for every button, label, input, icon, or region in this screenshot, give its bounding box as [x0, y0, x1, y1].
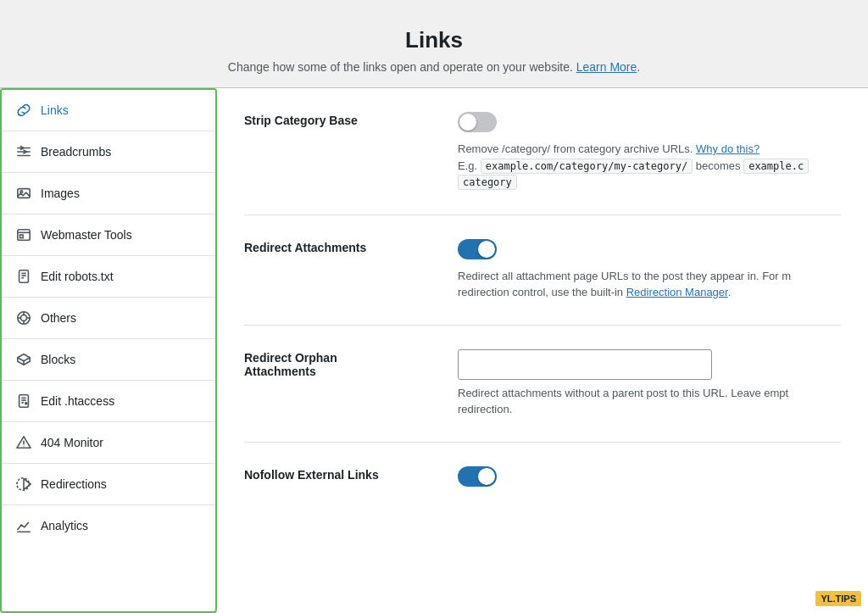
toggle-knob: [459, 114, 476, 131]
breadcrumbs-icon: [15, 143, 32, 160]
sidebar-label-blocks: Blocks: [41, 353, 75, 366]
sidebar-label-redirections: Redirections: [41, 477, 107, 491]
sidebar: Links Breadcrumbs: [0, 88, 217, 613]
edit-robots-icon: [15, 268, 32, 285]
setting-strip-category-base: Strip Category Base Remove /category/ fr…: [244, 88, 841, 215]
redirection-manager-link[interactable]: Redirection Manager: [626, 286, 728, 298]
links-icon: [15, 102, 32, 119]
strip-category-desc: Remove /category/ from category archive …: [458, 141, 841, 191]
sidebar-label-edit-htaccess: Edit .htaccess: [41, 394, 114, 408]
code-after: example.c: [743, 159, 809, 174]
redirect-attachments-toggle[interactable]: [458, 239, 497, 259]
sidebar-item-breadcrumbs[interactable]: Breadcrumbs: [2, 131, 215, 173]
why-do-this-link[interactable]: Why do this?: [696, 142, 760, 155]
code-before: example.com/category/my-category/: [481, 159, 693, 174]
sidebar-item-links[interactable]: Links: [2, 90, 215, 131]
sidebar-label-edit-robots: Edit robots.txt: [41, 270, 114, 283]
analytics-icon: [15, 517, 32, 534]
svg-point-25: [25, 402, 28, 405]
sidebar-label-links: Links: [41, 103, 69, 117]
setting-label-nofollow: Nofollow External Links: [244, 466, 431, 482]
svg-rect-4: [18, 189, 30, 198]
setting-content-redirect-attachments: Redirect all attachment page URLs to the…: [458, 239, 841, 301]
svg-rect-8: [20, 235, 24, 238]
settings-content: Strip Category Base Remove /category/ fr…: [217, 88, 868, 613]
images-icon: [15, 185, 32, 202]
setting-nofollow: Nofollow External Links: [244, 443, 841, 514]
sidebar-item-edit-robots[interactable]: Edit robots.txt: [2, 256, 215, 298]
sidebar-label-images: Images: [41, 187, 80, 200]
nofollow-toggle[interactable]: [458, 466, 497, 487]
setting-redirect-attachments: Redirect Attachments Redirect all attach…: [244, 215, 841, 326]
page-header: Links Change how some of the links open …: [0, 0, 868, 87]
toggle-knob-3: [478, 468, 495, 485]
sidebar-item-others[interactable]: Others: [2, 298, 215, 339]
redirect-attachments-desc: Redirect all attachment page URLs to the…: [458, 268, 841, 301]
sidebar-label-404-monitor: 404 Monitor: [41, 436, 103, 449]
sidebar-item-404-monitor[interactable]: 404 Monitor: [2, 422, 215, 464]
sidebar-item-images[interactable]: Images: [2, 173, 215, 215]
blocks-icon: [15, 351, 32, 368]
setting-content-redirect-orphan-attachments: Redirect attachments without a parent po…: [458, 349, 841, 418]
sidebar-item-redirections[interactable]: Redirections: [2, 464, 215, 505]
svg-rect-21: [19, 395, 29, 407]
edit-htaccess-icon: [15, 393, 32, 410]
redirections-icon: [15, 476, 32, 493]
learn-more-link[interactable]: Learn More: [576, 60, 637, 74]
page-title: Links: [17, 27, 851, 53]
svg-point-30: [17, 478, 29, 490]
page-subtitle: Change how some of the links open and op…: [17, 60, 851, 74]
setting-label-redirect-attachments: Redirect Attachments: [244, 239, 431, 254]
code-suffix: category: [458, 175, 517, 190]
redirect-orphan-input[interactable]: [458, 349, 712, 380]
404-monitor-icon: [15, 434, 32, 451]
main-layout: Links Breadcrumbs: [0, 88, 868, 613]
svg-point-28: [23, 445, 24, 446]
watermark: YL.TIPS: [815, 591, 861, 606]
sidebar-item-webmaster-tools[interactable]: Webmaster Tools: [2, 215, 215, 256]
svg-line-0: [19, 114, 19, 115]
svg-point-14: [20, 315, 26, 320]
sidebar-label-others: Others: [41, 311, 76, 325]
webmaster-tools-icon: [15, 226, 32, 243]
sidebar-item-analytics[interactable]: Analytics: [2, 505, 215, 546]
sidebar-item-edit-htaccess[interactable]: Edit .htaccess: [2, 381, 215, 422]
setting-label-redirect-orphan-attachments: Redirect OrphanAttachments: [244, 349, 431, 378]
others-icon: [15, 309, 32, 326]
setting-redirect-orphan-attachments: Redirect OrphanAttachments Redirect atta…: [244, 326, 841, 443]
toggle-knob-2: [478, 241, 495, 258]
strip-category-base-toggle[interactable]: [458, 112, 497, 132]
sidebar-label-analytics: Analytics: [41, 519, 88, 532]
sidebar-label-breadcrumbs: Breadcrumbs: [41, 145, 111, 159]
sidebar-label-webmaster-tools: Webmaster Tools: [41, 228, 132, 242]
setting-content-strip-category-base: Remove /category/ from category archive …: [458, 112, 841, 191]
svg-rect-9: [19, 270, 29, 282]
sidebar-item-blocks[interactable]: Blocks: [2, 339, 215, 381]
redirect-orphan-desc: Redirect attachments without a parent po…: [458, 385, 841, 418]
svg-point-5: [20, 191, 23, 193]
setting-label-strip-category-base: Strip Category Base: [244, 112, 431, 127]
